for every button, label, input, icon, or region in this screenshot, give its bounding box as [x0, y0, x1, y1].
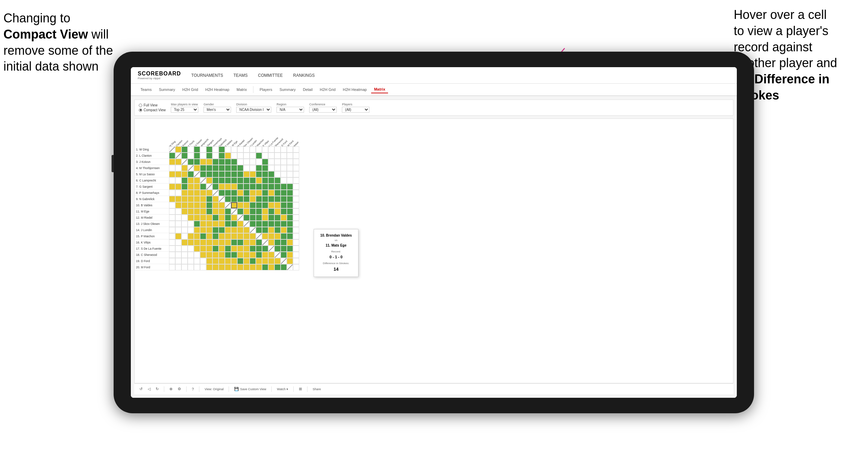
cell-12-20[interactable] [287, 215, 293, 221]
cell-19-20[interactable] [287, 258, 293, 264]
cell-7-8[interactable] [212, 184, 219, 190]
cell-1-1[interactable] [169, 146, 175, 153]
cell-3-2[interactable] [175, 159, 181, 165]
cell-3-6[interactable] [200, 159, 206, 165]
cell-13-19[interactable] [281, 221, 287, 227]
cell-17-9[interactable] [219, 246, 225, 252]
cell-1-10[interactable] [225, 146, 231, 153]
cell-16-20[interactable] [287, 239, 293, 246]
cell-4-13[interactable] [243, 165, 250, 171]
cell-1-18[interactable] [274, 146, 281, 153]
cell-2-11[interactable] [231, 153, 237, 159]
cell-15-7[interactable] [206, 233, 212, 239]
cell-11-7[interactable] [206, 208, 212, 215]
cell-16-18[interactable] [274, 239, 281, 246]
cell-7-13[interactable] [243, 184, 250, 190]
cell-15-15[interactable] [256, 233, 262, 239]
cell-7-21[interactable] [293, 184, 299, 190]
cell-2-19[interactable] [281, 153, 287, 159]
cell-18-16[interactable] [262, 252, 268, 258]
cell-3-18[interactable] [274, 159, 281, 165]
cell-14-18[interactable] [274, 227, 281, 233]
cell-20-1[interactable] [169, 264, 175, 270]
cell-20-16[interactable] [262, 264, 268, 270]
filter-button[interactable]: ⊕ [169, 387, 172, 391]
cell-19-4[interactable] [188, 258, 194, 264]
cell-8-9[interactable] [219, 190, 225, 196]
cell-16-19[interactable] [281, 239, 287, 246]
cell-15-5[interactable] [194, 233, 200, 239]
cell-16-15[interactable] [256, 239, 262, 246]
cell-2-3[interactable] [181, 153, 188, 159]
cell-18-2[interactable] [175, 252, 181, 258]
cell-8-21[interactable] [293, 190, 299, 196]
cell-18-21[interactable] [293, 252, 299, 258]
cell-19-5[interactable] [194, 258, 200, 264]
cell-11-19[interactable] [281, 208, 287, 215]
cell-4-18[interactable] [274, 165, 281, 171]
cell-17-13[interactable] [243, 246, 250, 252]
cell-3-8[interactable] [212, 159, 219, 165]
cell-19-7[interactable] [206, 258, 212, 264]
cell-14-9[interactable] [219, 227, 225, 233]
cell-17-16[interactable] [262, 246, 268, 252]
cell-11-18[interactable] [274, 208, 281, 215]
cell-8-16[interactable] [262, 190, 268, 196]
cell-1-11[interactable] [231, 146, 237, 153]
cell-16-2[interactable] [175, 239, 181, 246]
cell-12-3[interactable] [181, 215, 188, 221]
cell-2-4[interactable] [188, 153, 194, 159]
cell-7-16[interactable] [262, 184, 268, 190]
cell-11-2[interactable] [175, 208, 181, 215]
cell-12-8[interactable] [212, 215, 219, 221]
cell-18-9[interactable] [219, 252, 225, 258]
cell-15-10[interactable] [225, 233, 231, 239]
cell-10-7[interactable] [206, 202, 212, 208]
cell-15-12[interactable] [237, 233, 243, 239]
cell-18-19[interactable] [281, 252, 287, 258]
cell-18-7[interactable] [206, 252, 212, 258]
cell-4-12[interactable] [237, 165, 243, 171]
cell-8-3[interactable] [181, 190, 188, 196]
cell-5-11[interactable] [231, 171, 237, 177]
cell-18-8[interactable] [212, 252, 219, 258]
cell-12-10[interactable] [225, 215, 231, 221]
cell-11-5[interactable] [194, 208, 200, 215]
cell-9-10[interactable] [225, 196, 231, 202]
cell-17-1[interactable] [169, 246, 175, 252]
cell-6-8[interactable] [212, 177, 219, 184]
cell-11-20[interactable] [287, 208, 293, 215]
cell-11-3[interactable] [181, 208, 188, 215]
cell-12-5[interactable] [194, 215, 200, 221]
cell-13-11[interactable] [231, 221, 237, 227]
cell-18-5[interactable] [194, 252, 200, 258]
cell-2-16[interactable] [262, 153, 268, 159]
sub-nav-summary2[interactable]: Summary [277, 86, 299, 93]
cell-6-21[interactable] [293, 177, 299, 184]
cell-1-19[interactable] [281, 146, 287, 153]
cell-18-15[interactable] [256, 252, 262, 258]
cell-10-12[interactable] [237, 202, 243, 208]
cell-3-14[interactable] [250, 159, 256, 165]
cell-16-13[interactable] [243, 239, 250, 246]
cell-7-19[interactable] [281, 184, 287, 190]
cell-10-11[interactable] [231, 202, 237, 208]
cell-14-12[interactable] [237, 227, 243, 233]
cell-13-13[interactable] [243, 221, 250, 227]
cell-17-10[interactable] [225, 246, 231, 252]
nav-teams[interactable]: TEAMS [233, 72, 248, 79]
cell-9-7[interactable] [206, 196, 212, 202]
cell-3-7[interactable] [206, 159, 212, 165]
cell-3-17[interactable] [268, 159, 274, 165]
cell-2-15[interactable] [256, 153, 262, 159]
cell-15-3[interactable] [181, 233, 188, 239]
cell-11-10[interactable] [225, 208, 231, 215]
cell-19-17[interactable] [268, 258, 274, 264]
cell-13-7[interactable] [206, 221, 212, 227]
cell-4-15[interactable] [256, 165, 262, 171]
sub-nav-matrix2[interactable]: Matrix [371, 86, 388, 93]
cell-10-10[interactable] [225, 202, 231, 208]
cell-5-5[interactable] [194, 171, 200, 177]
cell-11-12[interactable] [237, 208, 243, 215]
cell-15-13[interactable] [243, 233, 250, 239]
